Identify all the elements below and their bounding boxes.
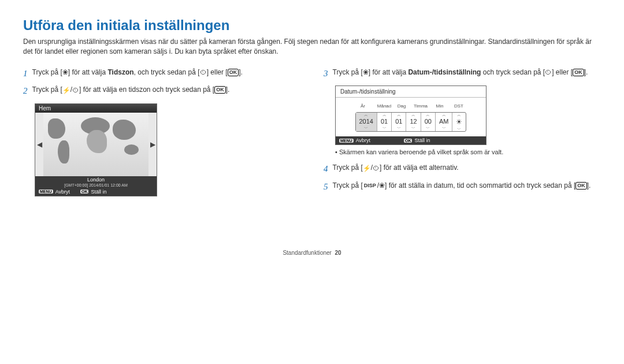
set-button[interactable]: OKStäll in <box>404 138 430 143</box>
ok-icon: OK <box>573 69 584 76</box>
gmt-label: [GMT+00:00] 2014/01/01 12:00 AM <box>35 183 157 188</box>
step-3: 3 Tryck på [] för att välja Datum-/tidsi… <box>324 67 601 80</box>
step-5-text: Tryck på [DISP/] för att ställa in datum… <box>333 180 601 194</box>
intro-text: Den ursprungliga inställningsskärmen vis… <box>23 37 601 57</box>
timer-icon <box>72 85 79 95</box>
map-right-arrow[interactable]: ▶ <box>148 140 157 148</box>
step-1-text: Tryck på [] för att välja Tidszon, och t… <box>32 67 301 80</box>
world-map <box>43 113 148 176</box>
datetime-row: ︿ 2014 ﹀ ︿ 01 ﹀ ︿ 01 ﹀ ︿ <box>355 112 467 132</box>
up-arrow-icon: ︿ <box>364 113 368 117</box>
minute-cell[interactable]: ︿ 00 ﹀ <box>421 113 436 131</box>
day-cell[interactable]: ︿ 01 ﹀ <box>392 113 406 131</box>
ok-icon: OK <box>228 69 239 76</box>
note-text: Skärmen kan variera beroende på vilket s… <box>335 148 601 155</box>
timezone-screen: Hem ◀ ▶ London [GMT+00:00] 2014/01/01 12… <box>35 103 157 196</box>
ampm-cell[interactable]: ︿ AM ﹀ <box>436 113 453 131</box>
timer-icon <box>200 67 207 77</box>
datetime-screen: Datum-/tidsinställning År Månad Dag Timm… <box>335 86 486 145</box>
step-3-number: 3 <box>324 67 328 80</box>
step-1-number: 1 <box>23 67 28 80</box>
ok-icon: OK <box>214 86 226 94</box>
timezone-screen-header: Hem <box>35 104 157 113</box>
step-4: 4 Tryck på [/] för att välja ett alterna… <box>324 162 601 176</box>
step-1: 1 Tryck på [] för att välja Tidszon, och… <box>23 67 300 80</box>
step-4-number: 4 <box>324 162 328 176</box>
flash-icon <box>363 163 371 173</box>
timer-icon <box>373 163 380 173</box>
map-left-arrow[interactable]: ◀ <box>35 140 43 148</box>
step-2: 2 Tryck på [/] för att välja en tidszon … <box>23 84 300 98</box>
step-5: 5 Tryck på [DISP/] för att ställa in dat… <box>324 180 601 194</box>
down-arrow-icon: ﹀ <box>364 126 368 130</box>
timer-icon <box>545 67 552 77</box>
macro-icon <box>363 67 369 77</box>
map-area: ◀ ▶ <box>35 113 157 176</box>
datetime-footer: MENUAvbryt OKStäll in <box>336 136 486 144</box>
cancel-button[interactable]: MENUAvbryt <box>339 138 370 143</box>
timezone-footer: MENUAvbryt OKStäll in <box>35 188 157 196</box>
page-title: Utföra den initiala inställningen <box>23 17 601 34</box>
datetime-labels: År Månad Dag Timma Min DST <box>340 103 481 110</box>
macro-icon <box>62 67 68 77</box>
dst-cell[interactable]: ︿ ﹀ <box>452 113 466 131</box>
city-label: London <box>35 176 157 183</box>
datetime-header: Datum-/tidsinställning <box>336 86 486 98</box>
hour-cell[interactable]: ︿ 12 ﹀ <box>406 113 421 131</box>
ok-icon: OK <box>575 182 587 190</box>
cancel-button[interactable]: MENUAvbryt <box>39 189 70 195</box>
step-2-text: Tryck på [/] för att välja en tidszon oc… <box>32 84 301 98</box>
macro-icon <box>379 180 385 191</box>
flash-icon <box>62 85 70 95</box>
step-5-number: 5 <box>324 180 328 194</box>
set-button[interactable]: OKStäll in <box>80 189 107 195</box>
left-column: 1 Tryck på [] för att välja Tidszon, och… <box>23 67 300 198</box>
page-footer: Standardfunktioner 20 <box>23 250 601 256</box>
dst-icon <box>455 117 463 127</box>
step-2-number: 2 <box>23 84 28 98</box>
month-cell[interactable]: ︿ 01 ﹀ <box>377 113 392 131</box>
step-3-text: Tryck på [] för att välja Datum-/tidsins… <box>333 67 601 80</box>
right-column: 3 Tryck på [] för att välja Datum-/tidsi… <box>324 67 601 198</box>
step-4-text: Tryck på [/] för att välja ett alternati… <box>333 162 601 176</box>
disp-icon: DISP <box>363 182 377 190</box>
year-cell[interactable]: ︿ 2014 ﹀ <box>356 113 377 131</box>
